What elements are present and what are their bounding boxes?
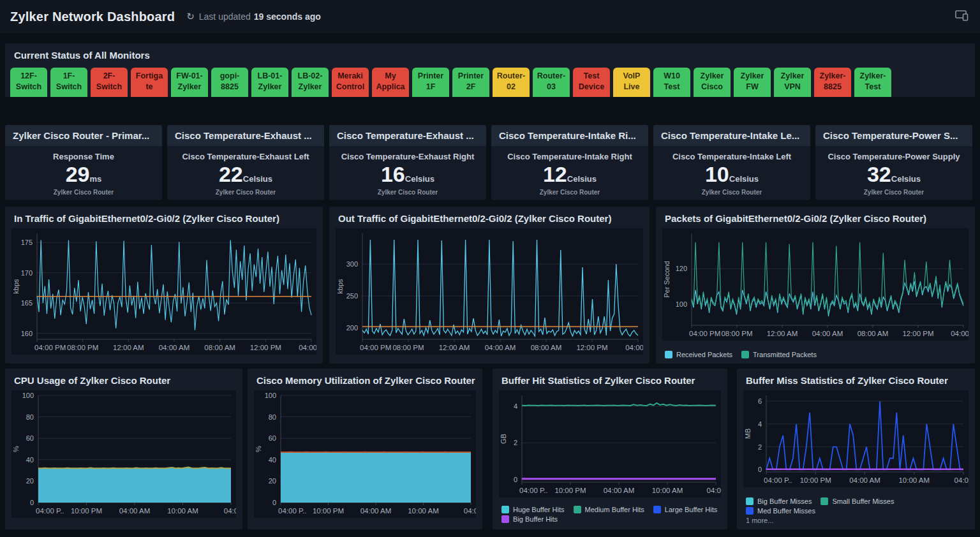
status-tile[interactable]: ZylkerCisco (694, 68, 731, 97)
out-traffic-title: Out Traffic of GigabitEthernet0/2-Gi0/2 … (329, 207, 650, 224)
legend-item[interactable]: Transmitted Packets (741, 351, 817, 358)
legend-item[interactable]: Large Buffer Hits (653, 506, 717, 513)
status-tile[interactable]: MyApplica (372, 68, 409, 97)
card-monitor-name: Zylker Cisco Router (329, 189, 486, 196)
packets-title: Packets of GigabitEthernet0/2-Gi0/2 (Zyl… (656, 207, 975, 224)
legend-label: Medium Buffer Hits (585, 506, 644, 513)
card-monitor-name: Zylker Cisco Router (167, 189, 324, 196)
svg-text:04:00 P: 04:00 P (951, 330, 969, 337)
svg-text:12:00 PM: 12:00 PM (902, 330, 933, 337)
status-tile[interactable]: LB-01-Zylker (251, 68, 288, 97)
svg-text:04:00 P..: 04:00 P.. (36, 507, 64, 515)
status-tile[interactable]: Router-02 (493, 68, 530, 97)
legend-item[interactable]: Received Packets (665, 351, 732, 358)
svg-text:2: 2 (514, 439, 517, 446)
header-bar: Zylker Network Dashboard ↻ Last updated … (0, 0, 980, 33)
card-value: 29 (66, 162, 90, 186)
status-tile[interactable]: FW-01-Zylker (171, 68, 208, 97)
metric-card-exhaust-left[interactable]: Cisco Temperature-Exhaust ... Cisco Temp… (167, 125, 324, 200)
card-title: Cisco Temperature-Intake Le... (653, 125, 810, 146)
status-tile[interactable]: 2F-Switch (91, 68, 128, 97)
status-tile[interactable]: Router-03 (533, 68, 570, 97)
status-panel: Current Status of All Monitors 12F-Switc… (5, 43, 975, 97)
svg-text:%: % (255, 446, 262, 452)
buffer-miss-legend: Big Buffer MissesSmall Buffer MissesMed … (746, 497, 970, 524)
metric-card-exhaust-right[interactable]: Cisco Temperature-Exhaust ... Cisco Temp… (329, 125, 486, 200)
metric-card-response-time[interactable]: Zylker Cisco Router - Primar... Response… (5, 125, 162, 200)
svg-text:250: 250 (346, 292, 358, 300)
status-tile[interactable]: Fortigate (131, 68, 168, 97)
status-tile[interactable]: ZylkerVPN (774, 68, 811, 97)
metric-card-intake-right[interactable]: Cisco Temperature-Intake Ri... Cisco Tem… (491, 125, 648, 200)
monitor-tiles: 12F-Switch1F-Switch2F-SwitchFortigateFW-… (10, 68, 972, 97)
svg-text:04:00 AM: 04:00 AM (604, 487, 635, 494)
status-tile[interactable]: Printer2F (452, 68, 489, 97)
buffer-hit-panel: Buffer Hit Statistics of Zylker Cisco Ro… (493, 369, 727, 529)
legend-more-link[interactable]: 1 more... (746, 517, 970, 524)
svg-text:0: 0 (758, 466, 762, 473)
display-devices-icon[interactable] (954, 9, 970, 26)
legend-item[interactable]: Medium Buffer Hits (574, 506, 644, 513)
refresh-icon[interactable]: ↻ (186, 11, 195, 22)
legend-item[interactable]: Med Buffer Misses (746, 507, 815, 515)
svg-text:04:00 PM: 04:00 PM (360, 344, 391, 351)
in-traffic-chart[interactable]: 160165170175kbps04:00 PM08:00 PM12:00 AM… (11, 228, 316, 355)
legend-item[interactable]: Big Buffer Hits (501, 515, 558, 523)
svg-text:0: 0 (30, 499, 34, 506)
svg-text:10:00 PM: 10:00 PM (313, 507, 344, 515)
legend-swatch (741, 351, 749, 358)
svg-text:08:00 AM: 08:00 AM (204, 344, 235, 351)
status-tile[interactable]: Printer1F (412, 68, 449, 97)
svg-text:04:00: 04:00 (707, 487, 721, 494)
status-tile[interactable]: Zylker-8825 (814, 68, 851, 97)
memory-chart[interactable]: 020406080100%04:00 P..10:00 PM04:00 AM10… (254, 390, 476, 518)
out-traffic-panel: Out Traffic of GigabitEthernet0/2-Gi0/2 … (329, 207, 650, 364)
dashboard: Zylker Network Dashboard ↻ Last updated … (0, 0, 980, 537)
svg-text:08:00 PM: 08:00 PM (392, 344, 424, 351)
metric-card-intake-left[interactable]: Cisco Temperature-Intake Le... Cisco Tem… (653, 125, 810, 200)
status-tile[interactable]: W10Test (653, 68, 690, 97)
metric-card-power-supply[interactable]: Cisco Temperature-Power S... Cisco Tempe… (815, 125, 972, 200)
status-tile[interactable]: 1F-Switch (50, 68, 87, 97)
legend-label: Transmitted Packets (753, 351, 817, 358)
status-tile[interactable]: MerakiControl (332, 68, 369, 97)
status-tile[interactable]: LB-02-Zylker (292, 68, 329, 97)
cpu-chart[interactable]: 020406080100%04:00 P..10:00 PM04:00 AM10… (11, 390, 236, 518)
legend-label: Small Buffer Misses (832, 497, 894, 505)
svg-text:04:00 PM: 04:00 PM (689, 330, 720, 337)
card-monitor-name: Zylker Cisco Router (653, 189, 810, 196)
legend-swatch (501, 515, 509, 523)
out-traffic-chart[interactable]: 200250300kbps04:00 PM08:00 PM12:00 AM04:… (336, 228, 643, 355)
legend-label: Large Buffer Hits (665, 506, 717, 513)
svg-text:04:00: 04:00 (954, 476, 969, 484)
buffer-hit-legend: Huge Buffer HitsMedium Buffer HitsLarge … (501, 506, 722, 523)
svg-text:12:00 AM: 12:00 AM (767, 330, 798, 337)
cpu-title: CPU Usage of Zylker Cisco Router (5, 369, 242, 386)
svg-text:2: 2 (758, 443, 762, 451)
svg-text:04:00 P..: 04:00 P.. (519, 487, 548, 494)
card-unit: Celsius (405, 174, 434, 184)
svg-text:04:00 AM: 04:00 AM (159, 344, 190, 351)
legend-item[interactable]: Big Buffer Misses (746, 497, 812, 505)
svg-text:160: 160 (21, 330, 33, 337)
svg-text:%: % (12, 446, 20, 452)
legend-item[interactable]: Huge Buffer Hits (501, 506, 565, 513)
packets-chart[interactable]: 100120Per Second04:00 PM08:00 PM12:00 AM… (662, 228, 969, 341)
legend-item[interactable]: Small Buffer Misses (820, 497, 894, 505)
card-unit: ms (90, 174, 102, 184)
cpu-panel: CPU Usage of Zylker Cisco Router 0204060… (5, 369, 242, 529)
status-tile[interactable]: TestDevice (573, 68, 610, 97)
card-value: 16 (381, 162, 405, 186)
buffer-miss-panel: Buffer Miss Statistics of Zylker Cisco R… (737, 369, 975, 529)
svg-text:0: 0 (514, 476, 517, 483)
status-tile[interactable]: Zylker-Test (854, 68, 891, 97)
svg-text:08:00 PM: 08:00 PM (67, 344, 98, 351)
svg-text:04:00 P..: 04:00 P.. (764, 476, 792, 484)
card-title: Zylker Cisco Router - Primar... (5, 125, 162, 146)
buffer-hit-chart[interactable]: 024GB04:00 P..10:00 PM04:00 AM10:00 AM04… (499, 390, 721, 497)
buffer-miss-chart[interactable]: 0246MB04:00 P..10:00 PM04:00 AM10:00 AM0… (743, 390, 969, 487)
status-tile[interactable]: gopi-8825 (211, 68, 248, 97)
status-tile[interactable]: VoIPLive (613, 68, 650, 97)
status-tile[interactable]: ZylkerFW (734, 68, 771, 97)
status-tile[interactable]: 12F-Switch (10, 68, 47, 97)
